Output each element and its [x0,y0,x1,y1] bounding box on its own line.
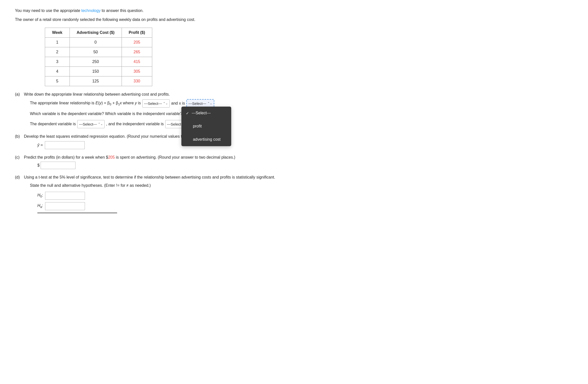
intro-line2: The owner of a retail store randomly sel… [15,16,573,23]
underline-decoration [37,213,117,213]
part-a-line2: Which variable is the dependent variable… [30,110,573,118]
x-select-chevron: ⌃⌄ [207,101,212,106]
table-row: 4 [45,67,70,76]
intro-text-1-end: to answer this question. [101,8,144,13]
part-d-section: (d) Using a t-test at the 5% level of si… [15,175,573,213]
table-profit-cell: 330 [122,76,152,86]
part-b-question: Develop the least squares estimated regr… [24,134,189,139]
part-c-question-end: is spent on advertising. (Round your ans… [115,155,235,159]
part-d-letter: (d) [15,175,22,180]
h0-input[interactable] [45,192,85,200]
yhat-row: ŷ = [37,141,573,149]
technology-link[interactable]: technology [81,8,100,13]
table-profit-cell: 415 [122,57,152,67]
part-a-which-var-text: Which variable is the dependent variable… [30,110,182,118]
checkmark-icon: ✓ [186,110,189,117]
part-a-indep-text: , and the independent variable is [106,121,164,128]
col-header-profit: Profit ($) [122,28,152,38]
part-a-question: Write down the appropriate linear relati… [24,92,170,97]
dropdown-menu: ✓ ---Select--- profit advertising cost [181,107,231,146]
and-text: and x is [171,100,185,107]
dollar-sign: $ [37,163,40,168]
y-select-chevron: ⌃⌄ [163,101,168,106]
part-a-section: (a) Write down the appropriate linear re… [15,92,573,128]
table-profit-cell: 305 [122,67,152,76]
table-profit-cell: 265 [122,47,152,57]
ha-label: Ha: [37,203,43,209]
yhat-input[interactable] [45,141,85,149]
hypotheses-note: State the null and alternative hypothese… [30,182,151,189]
intro-text-1: You may need to use the appropriate [15,8,81,13]
part-a-label-row: (a) Write down the appropriate linear re… [15,92,573,97]
table-cost-cell: 250 [70,57,122,67]
table-row: 5 [45,76,70,86]
col-header-cost: Advertising Cost ($) [70,28,122,38]
part-c-question: Predict the profits (in dollars) for a w… [24,155,235,160]
table-row: 1 [45,38,70,47]
h0-label: H0: [37,193,43,198]
y-select-label: ---Select--- [144,100,162,107]
part-a-formula-text: The appropriate linear relationship is E… [30,100,141,107]
table-row: 3 [45,57,70,67]
part-b-section: (b) Develop the least squares estimated … [15,134,573,149]
part-b-letter: (b) [15,134,22,139]
part-d-hyp-note: State the null and alternative hypothese… [30,182,573,189]
dropdown-item-select-label: ---Select--- [192,110,211,117]
x-select-label: ---Select--- [188,100,206,107]
table-cost-cell: 50 [70,47,122,57]
part-a-dep-text: The dependent variable is [30,121,76,128]
ha-input[interactable] [45,202,85,210]
data-table: Week Advertising Cost ($) Profit ($) 102… [45,28,152,86]
part-a-letter: (a) [15,92,22,97]
part-c-letter: (c) [15,155,22,160]
h0-row: H0: [37,192,573,200]
dropdown-item-adcost[interactable]: advertising cost [181,133,231,146]
table-row: 2 [45,47,70,57]
intro-line1: You may need to use the appropriate tech… [15,7,573,14]
table-cost-cell: 150 [70,67,122,76]
ha-row: Ha: [37,202,573,210]
part-a-line1: The appropriate linear relationship is E… [30,99,573,108]
part-a-line3: The dependent variable is ---Select--- ⌃… [30,120,573,128]
x-select-container: ---Select--- ⌃⌄ ✓ ---Select--- profit [186,99,214,108]
part-d-label-row: (d) Using a t-test at the 5% level of si… [15,175,573,180]
table-cost-cell: 125 [70,76,122,86]
dollar-row: $ [37,162,573,169]
table-cost-cell: 0 [70,38,122,47]
table-profit-cell: 205 [122,38,152,47]
profit-input[interactable] [41,162,75,169]
dropdown-item-select[interactable]: ✓ ---Select--- [181,107,231,120]
y-select[interactable]: ---Select--- ⌃⌄ [142,99,170,108]
page-container: You may need to use the appropriate tech… [15,7,573,213]
part-c-amount: 205 [108,155,115,159]
dep-select-chevron: ⌃⌄ [98,122,103,127]
dep-var-select-label: ---Select--- [79,121,97,128]
yhat-label: ŷ = [37,143,43,147]
dep-var-select[interactable]: ---Select--- ⌃⌄ [77,120,105,128]
part-b-label-row: (b) Develop the least squares estimated … [15,134,573,139]
part-c-section: (c) Predict the profits (in dollars) for… [15,155,573,169]
dropdown-item-adcost-label: advertising cost [193,136,220,143]
dropdown-item-profit-label: profit [193,123,202,130]
part-c-label-row: (c) Predict the profits (in dollars) for… [15,155,573,160]
dropdown-item-profit[interactable]: profit [181,120,231,133]
col-header-week: Week [45,28,70,38]
part-d-question: Using a t-test at the 5% level of signif… [24,175,275,180]
